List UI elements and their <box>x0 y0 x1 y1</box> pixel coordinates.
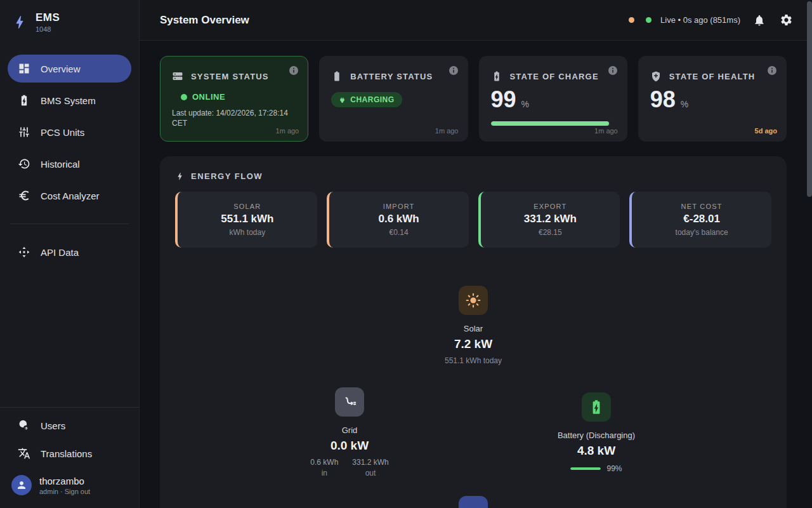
stat-sub: kWh today <box>230 228 266 237</box>
battery-icon <box>331 70 343 82</box>
history-clock-icon <box>18 157 30 170</box>
battery-bolt-icon <box>582 392 611 422</box>
info-icon[interactable] <box>289 65 299 76</box>
sidebar-item-label: PCS Units <box>41 127 84 138</box>
node-value: 7.2 kW <box>403 337 543 351</box>
flow-diagram: Solar 7.2 kW 551.1 kWh today Grid 0.0 kW… <box>175 248 771 508</box>
sidebar-nav: Overview BMS System PCS Units Historical… <box>0 55 139 266</box>
stat-value: 331.2 kWh <box>524 213 577 225</box>
grid-out-value: 331.2 kWh <box>352 458 388 467</box>
profile-meta: admin · Sign out <box>39 488 90 495</box>
soc-progress-track <box>491 121 610 126</box>
live-status-dot <box>646 17 652 23</box>
warning-status-dot <box>629 17 634 23</box>
sidebar-item-cost-analyzer[interactable]: Cost Analyzer <box>8 182 131 210</box>
soc-unit: % <box>521 99 529 111</box>
grid-out-label: out <box>352 469 388 478</box>
sidebar-item-api-data[interactable]: API Data <box>8 238 131 266</box>
sidebar-item-label: Users <box>41 420 65 431</box>
page-title: System Overview <box>160 14 249 27</box>
sidebar-item-overview[interactable]: Overview <box>8 55 131 83</box>
card-title: SYSTEM STATUS <box>191 72 269 81</box>
node-value: 4.8 kW <box>527 444 666 458</box>
soc-value: 99 <box>491 88 516 111</box>
shield-plus-icon <box>650 70 662 82</box>
badge-label: CHARGING <box>350 95 394 104</box>
sidebar-item-label: Historical <box>41 159 80 170</box>
node-label: Grid <box>280 425 419 435</box>
sidebar: EMS 1048 Overview BMS System PCS Units <box>0 0 140 508</box>
signout-link[interactable]: Sign out <box>65 488 90 495</box>
user-profile[interactable]: thorzambo admin · Sign out <box>0 467 139 505</box>
info-icon[interactable] <box>767 65 777 76</box>
battery-percent: 99% <box>606 464 622 473</box>
battery-progress-fill <box>570 467 601 470</box>
stat-value: 551.1 kWh <box>221 213 273 225</box>
sidebar-item-label: Translations <box>41 448 92 459</box>
battery-node: Battery (Discharging) 4.8 kW 99% <box>527 392 666 473</box>
sidebar-divider <box>10 224 129 224</box>
import-stat-card: IMPORT 0.6 kWh €0.14 <box>327 192 469 248</box>
tune-sliders-icon <box>18 126 30 138</box>
stat-sub: today's balance <box>676 228 728 237</box>
card-timestamp: 1m ago <box>435 127 459 135</box>
plug-cable-icon <box>335 387 364 417</box>
scrollbar-thumb[interactable] <box>807 1 812 197</box>
soh-unit: % <box>681 99 688 111</box>
sidebar-item-label: Overview <box>41 64 81 74</box>
grid-in-label: in <box>310 469 338 478</box>
grid-node: Grid 0.0 kW 0.6 kWh in 331.2 kWh out <box>280 387 419 478</box>
card-timestamp: 1m ago <box>276 127 299 135</box>
last-update-text: Last update: 14/02/2026, 17:28:14 CET <box>172 108 296 128</box>
dpad-icon <box>18 246 30 258</box>
translate-icon <box>18 447 30 460</box>
dashboard-icon <box>18 62 30 75</box>
battery-icon <box>18 94 30 107</box>
sidebar-item-translations[interactable]: Translations <box>8 439 131 467</box>
card-timestamp: 5d ago <box>755 127 777 135</box>
content: SYSTEM STATUS ONLINE Last update: 14/02/… <box>140 41 812 508</box>
bell-icon[interactable] <box>752 13 767 28</box>
card-timestamp: 1m ago <box>594 127 618 135</box>
stat-label: NET COST <box>681 203 723 210</box>
info-icon[interactable] <box>608 65 618 76</box>
node-value: 0.0 kW <box>280 439 419 453</box>
node-label: Solar <box>403 324 543 333</box>
state-of-health-card: STATE OF HEALTH 98 % 5d ago <box>638 56 787 142</box>
info-icon[interactable] <box>449 65 459 76</box>
status-cards-row: SYSTEM STATUS ONLINE Last update: 14/02/… <box>160 56 787 142</box>
soh-value: 98 <box>650 88 676 111</box>
sidebar-item-historical[interactable]: Historical <box>8 150 131 178</box>
panel-title: ENERGY FLOW <box>191 171 263 181</box>
battery-status-card: BATTERY STATUS CHARGING 1m ago <box>319 56 468 142</box>
app-id: 1048 <box>36 25 60 33</box>
gear-icon[interactable] <box>778 12 794 28</box>
solar-node: Solar 7.2 kW 551.1 kWh today <box>403 286 543 365</box>
card-title: STATE OF HEALTH <box>669 72 756 81</box>
sidebar-item-label: Cost Analyzer <box>41 190 100 201</box>
state-of-charge-card: STATE OF CHARGE 99 % 1m ago <box>479 56 627 142</box>
server-icon <box>172 70 183 82</box>
online-status: ONLINE <box>192 92 225 102</box>
profile-role: admin · <box>39 488 63 495</box>
grid-import-col: 0.6 kWh in <box>310 458 338 478</box>
sidebar-item-users[interactable]: Users <box>8 411 131 439</box>
top-header: System Overview Live • 0s ago (851ms) <box>140 0 812 41</box>
app-name: EMS <box>36 11 60 24</box>
net-cost-stat-card: NET COST €-28.01 today's balance <box>629 192 771 248</box>
stat-label: SOLAR <box>233 203 261 210</box>
sidebar-item-pcs-units[interactable]: PCS Units <box>8 118 131 146</box>
solar-stat-card: SOLAR 551.1 kWh kWh today <box>175 192 317 248</box>
grid-in-value: 0.6 kWh <box>310 458 338 467</box>
grid-export-col: 331.2 kWh out <box>352 458 388 478</box>
app-logo: EMS 1048 <box>0 11 139 33</box>
profile-username: thorzambo <box>39 476 90 486</box>
energy-stats-row: SOLAR 551.1 kWh kWh today IMPORT 0.6 kWh… <box>175 192 771 248</box>
sidebar-item-label: BMS System <box>41 95 96 106</box>
lightning-bolt-icon <box>11 14 28 30</box>
sidebar-item-bms-system[interactable]: BMS System <box>8 86 131 114</box>
home-node-partial <box>459 496 488 508</box>
avatar <box>11 475 32 495</box>
online-dot <box>181 94 187 100</box>
system-status-card: SYSTEM STATUS ONLINE Last update: 14/02/… <box>160 56 308 142</box>
